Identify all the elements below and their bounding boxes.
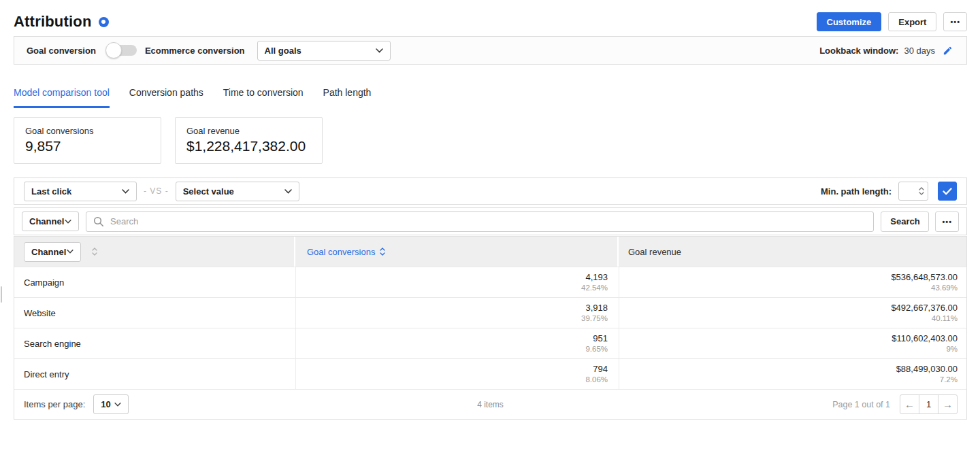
goals-select[interactable]: All goals xyxy=(257,41,391,61)
revenue-value: $88,499,030.00 xyxy=(896,364,958,375)
search-input-box xyxy=(86,211,874,232)
conversion-type-toggle[interactable] xyxy=(107,45,137,56)
model-comparison-controls: Last click - VS - Select value Min. path… xyxy=(14,177,967,205)
conversions-value: 951 xyxy=(593,333,608,344)
export-button[interactable]: Export xyxy=(888,12,936,31)
report-tabs: Model comparison tool Conversion paths T… xyxy=(14,87,967,109)
chevron-down-icon xyxy=(122,189,129,194)
stepper-up-icon[interactable] xyxy=(919,187,924,190)
model-a-select[interactable]: Last click xyxy=(24,182,137,201)
attribution-table: Channel Goal conversions Goal revenue Ca… xyxy=(14,236,967,420)
conversions-column-header[interactable]: Goal conversions xyxy=(307,247,375,257)
model-b-select[interactable]: Select value xyxy=(176,182,299,201)
chevron-down-icon xyxy=(65,220,71,224)
conversions-percent: 39.75% xyxy=(581,314,608,323)
card-label: Goal revenue xyxy=(186,126,311,136)
conversions-cell: 3,918 39.75% xyxy=(295,298,619,328)
model-b-value: Select value xyxy=(183,186,234,197)
conversion-filter-bar: Goal conversion Ecommerce conversion All… xyxy=(14,36,967,65)
left-scroll-indicator[interactable] xyxy=(1,286,2,303)
tab-model-comparison-tool[interactable]: Model comparison tool xyxy=(14,87,110,108)
tab-path-length[interactable]: Path length xyxy=(323,87,372,108)
apply-min-path-button[interactable] xyxy=(938,182,957,201)
page-info: Page 1 out of 1 xyxy=(832,400,890,409)
page-title: Attribution xyxy=(14,13,92,31)
edit-lookback-button[interactable] xyxy=(941,44,954,57)
items-per-page-label: Items per page: xyxy=(24,399,85,409)
customize-button[interactable]: Customize xyxy=(817,12,882,31)
search-button[interactable]: Search xyxy=(881,211,929,232)
revenue-header-cell: Goal revenue xyxy=(619,237,966,267)
conversions-percent: 8.06% xyxy=(585,375,608,384)
tab-label: Conversion paths xyxy=(129,87,203,98)
conversions-header-cell: Goal conversions xyxy=(295,237,619,267)
revenue-cell: $492,667,376.00 40.11% xyxy=(619,298,966,328)
search-input[interactable] xyxy=(110,216,866,226)
conversions-percent: 42.54% xyxy=(581,283,608,292)
table-row[interactable]: Direct entry 794 8.06% $88,499,030.00 7.… xyxy=(14,358,966,389)
min-path-length-input[interactable] xyxy=(902,186,917,197)
dimension-column-select[interactable]: Channel xyxy=(24,242,81,262)
model-a-value: Last click xyxy=(31,186,71,197)
revenue-column-header[interactable]: Goal revenue xyxy=(628,247,681,257)
revenue-value: $536,648,573.00 xyxy=(891,272,958,283)
chevron-down-icon xyxy=(67,250,74,254)
items-count: 4 items xyxy=(14,400,966,409)
tab-conversion-paths[interactable]: Conversion paths xyxy=(129,87,203,108)
more-options-button[interactable]: ••• xyxy=(943,12,967,31)
revenue-value: $110,602,403.00 xyxy=(892,333,958,344)
channel-cell: Direct entry xyxy=(14,359,295,389)
channel-cell: Website xyxy=(14,298,295,328)
min-path-length-label: Min. path length: xyxy=(821,186,892,197)
card-value: 9,857 xyxy=(25,138,150,154)
current-page-button[interactable]: 1 xyxy=(919,394,938,414)
arrow-right-icon: → xyxy=(943,399,953,410)
goals-select-value: All goals xyxy=(265,46,301,56)
goal-conversions-card: Goal conversions 9,857 xyxy=(14,117,161,164)
next-page-button[interactable]: → xyxy=(938,394,958,414)
revenue-cell: $88,499,030.00 7.2% xyxy=(619,359,966,389)
chevron-down-icon xyxy=(284,189,292,194)
summary-cards: Goal conversions 9,857 Goal revenue $1,2… xyxy=(14,117,967,164)
revenue-percent: 43.69% xyxy=(931,283,958,292)
table-row[interactable]: Campaign 4,193 42.54% $536,648,573.00 43… xyxy=(14,267,966,297)
conversions-percent: 9.65% xyxy=(585,344,608,354)
revenue-cell: $536,648,573.00 43.69% xyxy=(619,267,966,297)
tab-label: Time to conversion xyxy=(223,87,304,98)
check-icon xyxy=(943,188,952,195)
toggle-knob xyxy=(105,42,122,58)
previous-page-button[interactable]: ← xyxy=(900,394,919,414)
pencil-icon xyxy=(943,46,953,56)
tab-time-to-conversion[interactable]: Time to conversion xyxy=(223,87,304,108)
items-per-page-value: 10 xyxy=(101,399,110,409)
table-footer: Items per page: 10 4 items Page 1 out of… xyxy=(14,389,966,419)
conversions-value: 3,918 xyxy=(585,303,608,314)
number-stepper[interactable] xyxy=(919,187,924,195)
info-icon[interactable] xyxy=(99,17,109,27)
search-dimension-select[interactable]: Channel xyxy=(22,211,79,231)
stepper-down-icon[interactable] xyxy=(919,192,924,195)
channel-cell: Campaign xyxy=(14,267,295,297)
search-icon xyxy=(93,216,104,227)
revenue-value: $492,667,376.00 xyxy=(891,303,958,314)
conversions-cell: 794 8.06% xyxy=(295,359,619,389)
table-row[interactable]: Website 3,918 39.75% $492,667,376.00 40.… xyxy=(14,297,966,328)
revenue-cell: $110,602,403.00 9% xyxy=(619,328,966,358)
sort-active-icon[interactable] xyxy=(380,248,385,256)
revenue-percent: 9% xyxy=(946,344,958,354)
conversions-value: 4,193 xyxy=(585,272,608,283)
table-more-options-button[interactable]: ••• xyxy=(935,211,959,232)
sort-icon[interactable] xyxy=(92,248,97,256)
revenue-percent: 7.2% xyxy=(940,375,958,384)
goal-revenue-card: Goal revenue $1,228,417,382.00 xyxy=(175,117,323,164)
table-row[interactable]: Search engine 951 9.65% $110,602,403.00 … xyxy=(14,328,966,358)
tab-label: Model comparison tool xyxy=(14,87,110,98)
ecommerce-conversion-label: Ecommerce conversion xyxy=(145,46,245,56)
lookback-window-label: Lookback window: xyxy=(819,46,898,56)
card-value: $1,228,417,382.00 xyxy=(186,138,311,154)
conversions-value: 794 xyxy=(593,364,608,375)
chevron-down-icon xyxy=(376,48,383,53)
items-per-page-select[interactable]: 10 xyxy=(93,394,129,414)
conversions-cell: 951 9.65% xyxy=(295,328,619,358)
dimension-column-value: Channel xyxy=(31,247,66,257)
